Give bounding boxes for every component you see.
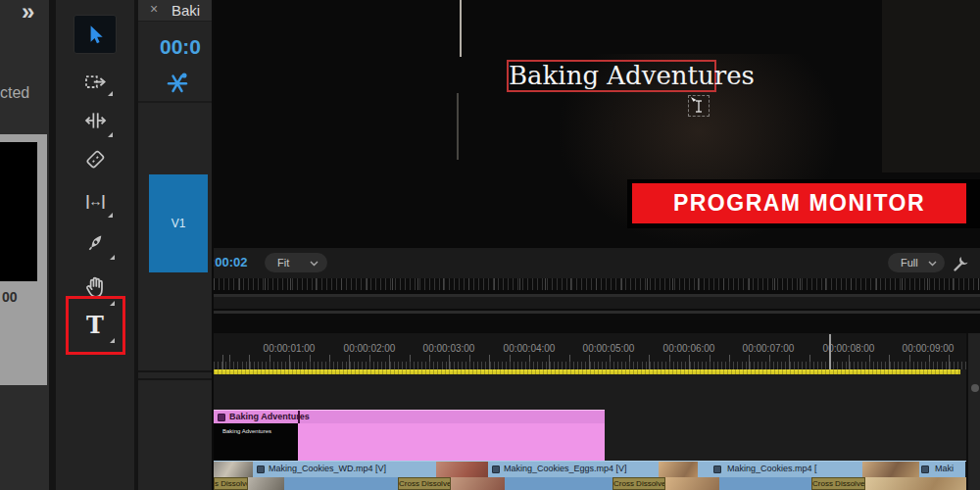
fx-badge-icon — [921, 466, 929, 473]
tool-flyout-indicator — [108, 213, 113, 218]
track-v1-header[interactable]: V1 — [149, 174, 208, 272]
timeline-vertical-scrollbar[interactable] — [966, 333, 980, 490]
video-window-frame — [457, 93, 459, 160]
fx-badge-icon — [218, 414, 225, 421]
ripple-edit-tool-icon — [83, 109, 107, 132]
clip-thumbnail[interactable] — [862, 462, 919, 477]
slip-tool-button[interactable]: |↔| — [75, 184, 115, 218]
panel-expand-chevron[interactable]: » — [22, 0, 34, 25]
transition-clip[interactable]: Cross Dissolve — [811, 477, 865, 490]
playback-resolution-select[interactable]: Full — [888, 253, 945, 272]
ruler-tick-label: 00:00:05:00 — [577, 343, 640, 354]
video-clip-label[interactable]: Making_Cookies.mp4 [ — [727, 464, 817, 473]
program-timecode[interactable]: :00:02 — [214, 255, 248, 270]
snap-button[interactable] — [164, 69, 191, 96]
fx-badge-icon — [713, 466, 721, 473]
video-window-frame — [460, 0, 462, 57]
timeline-header-column: × Baki 00:0 V1 — [138, 0, 214, 490]
clip-thumbnail[interactable] — [659, 462, 698, 477]
video-clips-row: Making_Cookies_WD.mp4 [V] Making_Cookies… — [214, 461, 980, 477]
razor-tool-icon — [83, 148, 107, 172]
scrollbar-thumb[interactable] — [971, 384, 979, 392]
timeline-panel: 00 00:00:01:00 00:00:02:00 00:00:03:00 0… — [214, 333, 980, 490]
transitions-row: s Dissolve Cross Dissolve Cross Dissolve… — [214, 477, 980, 490]
divider-fill — [214, 297, 980, 309]
clipped-label-text: cted — [0, 84, 29, 102]
fx-badge-icon — [257, 466, 265, 473]
clip-thumbnail[interactable] — [865, 477, 980, 490]
tool-flyout-indicator — [108, 132, 113, 137]
zoom-level-select[interactable]: Fit — [265, 253, 327, 272]
playhead[interactable] — [829, 334, 831, 369]
panel-divider — [49, 0, 56, 490]
title-clip[interactable]: Baking Adventures Baking Adventures — [214, 410, 605, 461]
ruler-tick-label: 00:00:02:00 — [338, 343, 401, 354]
chevron-down-icon — [928, 261, 937, 267]
pen-tool-icon — [83, 231, 107, 255]
clip-thumbnail[interactable] — [665, 477, 719, 490]
tool-flyout-indicator — [108, 91, 113, 96]
monitor-mini-ruler[interactable] — [214, 278, 980, 290]
type-tool-highlight-box — [66, 296, 125, 355]
time-ruler[interactable]: 00 00:00:01:00 00:00:02:00 00:00:03:00 0… — [214, 333, 980, 369]
selection-tool-button[interactable] — [74, 15, 117, 54]
clip-thumbnail[interactable] — [248, 477, 284, 490]
monitor-settings-button[interactable] — [951, 252, 972, 273]
fx-badge-icon — [492, 466, 500, 473]
program-monitor-callout: PROGRAM MONITOR — [627, 179, 980, 228]
clip-thumbnail[interactable] — [451, 477, 505, 490]
video-wall-region — [882, 0, 980, 172]
project-panel: » cted 00 — [0, 0, 49, 490]
work-area-bar[interactable] — [214, 369, 960, 374]
text-cursor-icon — [688, 95, 710, 117]
title-overlay-box[interactable]: Baking Adventures — [507, 60, 716, 92]
ruler-tick-label: 00:00:03:00 — [417, 343, 480, 354]
tool-flyout-indicator — [110, 255, 115, 260]
video-clip-label[interactable]: Making_Cookies_WD.mp4 [V] — [269, 464, 386, 473]
callout-red-band: PROGRAM MONITOR — [632, 183, 966, 223]
ruler-tick-label: 00:00:09:00 — [897, 343, 959, 354]
monitor-control-bar: :00:02 Fit Full — [214, 247, 980, 278]
ruler-tick-label: 00:00:06:00 — [658, 343, 720, 354]
title-clip-preview-text: Baking Adventures — [222, 428, 271, 434]
clip-thumbnail[interactable] — [214, 462, 253, 477]
razor-tool-button[interactable] — [75, 143, 115, 176]
panel-divider-band[interactable] — [214, 290, 980, 333]
callout-label: PROGRAM MONITOR — [632, 183, 966, 223]
title-clip-header: Baking Adventures — [214, 410, 605, 423]
premiere-pro-window: » cted 00 — [0, 0, 980, 490]
program-monitor-panel: Baking Adventures PROGRAM MONITOR :00:02 — [214, 0, 980, 333]
tab-close-icon[interactable]: × — [150, 1, 158, 17]
ruler-tick-label: 00:00:01:00 — [258, 343, 320, 354]
timeline-tab[interactable]: × Baki — [138, 0, 214, 22]
ruler-tick-label: 00:00:04:00 — [498, 343, 561, 354]
chevron-down-icon — [310, 261, 318, 267]
pen-tool-button[interactable] — [75, 226, 115, 260]
clip-marker — [298, 411, 300, 424]
thumbnail-timecode: 00 — [2, 289, 18, 305]
title-overlay-text: Baking Adventures — [509, 61, 755, 90]
transition-clip[interactable]: Cross Dissolve — [612, 477, 665, 490]
zoom-level-value: Fit — [277, 253, 289, 272]
ruler-tick-label: 00:00:07:00 — [737, 343, 800, 354]
source-thumbnail-image — [0, 142, 37, 281]
source-thumbnail-frame[interactable]: 00 — [0, 134, 47, 385]
track-select-forward-tool-icon — [83, 70, 107, 93]
header-divider — [138, 101, 214, 103]
track-v1-label: V1 — [172, 217, 186, 230]
wrench-icon — [951, 252, 972, 273]
sequence-timecode[interactable]: 00:0 — [160, 35, 201, 59]
transition-clip[interactable]: s Dissolve — [214, 477, 248, 490]
slip-tool-icon: |↔| — [86, 193, 105, 209]
track-divider — [138, 370, 214, 372]
playback-resolution-value: Full — [901, 253, 918, 272]
video-clip-label[interactable]: Maki — [935, 464, 954, 473]
tab-title: Baki — [172, 2, 200, 19]
ripple-edit-tool-button[interactable] — [75, 104, 115, 137]
track-select-forward-tool-button[interactable] — [75, 65, 115, 98]
transition-clip[interactable]: Cross Dissolve — [398, 477, 451, 490]
title-clip-preview: Baking Adventures — [214, 423, 298, 461]
clip-thumbnail[interactable] — [436, 462, 488, 477]
ruler-minor-ticks — [214, 362, 980, 369]
video-clip-label[interactable]: Making_Cookies_Eggs.mp4 [V] — [504, 464, 627, 473]
